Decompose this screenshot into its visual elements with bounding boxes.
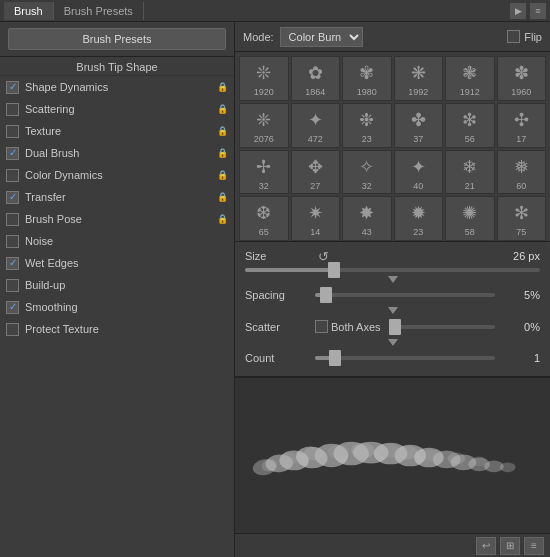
brush-item-checkbox-7[interactable] bbox=[6, 235, 19, 248]
brush-cell-5[interactable]: ✽1960 bbox=[497, 56, 547, 101]
brush-cell-20[interactable]: ✸43 bbox=[342, 196, 392, 241]
brush-cell-6[interactable]: ❈2076 bbox=[239, 103, 289, 148]
brush-item-label-0: Shape Dynamics bbox=[25, 81, 108, 93]
brush-list-item-2[interactable]: Texture🔒 bbox=[0, 120, 234, 142]
brush-thumb-10: ❇ bbox=[455, 106, 485, 134]
brush-cell-10[interactable]: ❇56 bbox=[445, 103, 495, 148]
brush-list-item-11[interactable]: Protect Texture bbox=[0, 318, 234, 340]
brush-cell-21[interactable]: ✹23 bbox=[394, 196, 444, 241]
brush-cell-19[interactable]: ✷14 bbox=[291, 196, 341, 241]
brush-item-checkbox-6[interactable] bbox=[6, 213, 19, 226]
flip-checkbox[interactable] bbox=[507, 30, 520, 43]
brush-item-checkbox-2[interactable] bbox=[6, 125, 19, 138]
brush-item-checkbox-5[interactable] bbox=[6, 191, 19, 204]
brush-cell-17[interactable]: ❅60 bbox=[497, 150, 547, 195]
brush-thumb-15: ✦ bbox=[403, 153, 433, 181]
brush-thumb-9: ✤ bbox=[403, 106, 433, 134]
tab-action-menu[interactable]: ≡ bbox=[530, 3, 546, 19]
brush-list-item-7[interactable]: Noise bbox=[0, 230, 234, 252]
scatter-label: Scatter bbox=[245, 321, 315, 333]
size-slider-arrow[interactable] bbox=[388, 276, 398, 283]
brush-thumb-5: ✽ bbox=[506, 59, 536, 87]
brush-thumb-21: ✹ bbox=[403, 199, 433, 227]
brush-item-checkbox-0[interactable] bbox=[6, 81, 19, 94]
brush-thumb-17: ❅ bbox=[506, 153, 536, 181]
brush-list-item-4[interactable]: Color Dynamics🔒 bbox=[0, 164, 234, 186]
brush-num-20: 43 bbox=[362, 227, 372, 238]
spacing-slider-track[interactable] bbox=[315, 293, 495, 297]
brush-cell-9[interactable]: ✤37 bbox=[394, 103, 444, 148]
toolbar-btn-2[interactable]: ⊞ bbox=[500, 537, 520, 555]
brush-item-checkbox-8[interactable] bbox=[6, 257, 19, 270]
count-value: 1 bbox=[495, 352, 540, 364]
mode-select[interactable]: Color Burn bbox=[280, 27, 363, 47]
brush-cell-22[interactable]: ✺58 bbox=[445, 196, 495, 241]
spacing-slider-area bbox=[315, 293, 495, 297]
brush-cell-15[interactable]: ✦40 bbox=[394, 150, 444, 195]
toolbar-btn-3[interactable]: ≡ bbox=[524, 537, 544, 555]
mode-label: Mode: bbox=[243, 31, 274, 43]
brush-item-checkbox-11[interactable] bbox=[6, 323, 19, 336]
brush-item-checkbox-10[interactable] bbox=[6, 301, 19, 314]
brush-num-18: 65 bbox=[259, 227, 269, 238]
tab-brush-presets[interactable]: Brush Presets bbox=[54, 2, 144, 20]
count-slider-track[interactable] bbox=[315, 356, 495, 360]
brush-num-11: 17 bbox=[516, 134, 526, 145]
brush-list-item-6[interactable]: Brush Pose🔒 bbox=[0, 208, 234, 230]
brush-cell-14[interactable]: ✧32 bbox=[342, 150, 392, 195]
toolbar-btn-1[interactable]: ↩ bbox=[476, 537, 496, 555]
brush-thumb-19: ✷ bbox=[300, 199, 330, 227]
brush-cell-2[interactable]: ✾1980 bbox=[342, 56, 392, 101]
brush-item-label-8: Wet Edges bbox=[25, 257, 79, 269]
brush-cell-23[interactable]: ✻75 bbox=[497, 196, 547, 241]
brush-cell-0[interactable]: ❊1920 bbox=[239, 56, 289, 101]
mode-bar: Mode: Color Burn Flip bbox=[235, 22, 550, 52]
size-slider-track[interactable] bbox=[245, 268, 540, 272]
brush-item-checkbox-3[interactable] bbox=[6, 147, 19, 160]
brush-cell-13[interactable]: ✥27 bbox=[291, 150, 341, 195]
spacing-value: 5% bbox=[495, 289, 540, 301]
brush-cell-4[interactable]: ❃1912 bbox=[445, 56, 495, 101]
brush-num-5: 1960 bbox=[511, 87, 531, 98]
brush-item-checkbox-9[interactable] bbox=[6, 279, 19, 292]
spacing-slider-arrow[interactable] bbox=[388, 307, 398, 314]
scatter-slider-track[interactable] bbox=[389, 325, 495, 329]
brush-cell-18[interactable]: ❆65 bbox=[239, 196, 289, 241]
lock-icon-5: 🔒 bbox=[217, 192, 228, 202]
brush-cell-16[interactable]: ❄21 bbox=[445, 150, 495, 195]
both-axes-checkbox[interactable] bbox=[315, 320, 328, 333]
scatter-row: Scatter Both Axes 0% bbox=[245, 320, 540, 333]
brush-list-item-1[interactable]: Scattering🔒 bbox=[0, 98, 234, 120]
brush-list-item-0[interactable]: Shape Dynamics🔒 bbox=[0, 76, 234, 98]
brush-item-checkbox-4[interactable] bbox=[6, 169, 19, 182]
lock-icon-2: 🔒 bbox=[217, 126, 228, 136]
brush-cell-8[interactable]: ❉23 bbox=[342, 103, 392, 148]
brush-list-item-9[interactable]: Build-up bbox=[0, 274, 234, 296]
lock-icon-1: 🔒 bbox=[217, 104, 228, 114]
brush-presets-button[interactable]: Brush Presets bbox=[8, 28, 226, 50]
count-label: Count bbox=[245, 352, 315, 364]
brush-num-3: 1992 bbox=[408, 87, 428, 98]
brush-item-label-4: Color Dynamics bbox=[25, 169, 103, 181]
brush-list-item-3[interactable]: Dual Brush🔒 bbox=[0, 142, 234, 164]
brush-cell-11[interactable]: ✣17 bbox=[497, 103, 547, 148]
tab-action-expand[interactable]: ▶ bbox=[510, 3, 526, 19]
brush-cell-3[interactable]: ❋1992 bbox=[394, 56, 444, 101]
brush-num-0: 1920 bbox=[254, 87, 274, 98]
brush-item-label-1: Scattering bbox=[25, 103, 75, 115]
size-value: 26 px bbox=[513, 250, 540, 262]
brush-cell-1[interactable]: ✿1864 bbox=[291, 56, 341, 101]
scatter-slider-area bbox=[389, 325, 495, 329]
brush-cell-7[interactable]: ✦472 bbox=[291, 103, 341, 148]
brush-list-item-8[interactable]: Wet Edges bbox=[0, 252, 234, 274]
scatter-slider-arrow[interactable] bbox=[388, 339, 398, 346]
brush-cell-12[interactable]: ✢32 bbox=[239, 150, 289, 195]
brush-list-item-10[interactable]: Smoothing bbox=[0, 296, 234, 318]
brush-num-2: 1980 bbox=[357, 87, 377, 98]
tab-brush[interactable]: Brush bbox=[4, 2, 54, 20]
brush-list: Shape Dynamics🔒Scattering🔒Texture🔒Dual B… bbox=[0, 76, 234, 557]
brush-num-15: 40 bbox=[413, 181, 423, 192]
brush-item-checkbox-1[interactable] bbox=[6, 103, 19, 116]
brush-thumb-13: ✥ bbox=[300, 153, 330, 181]
brush-list-item-5[interactable]: Transfer🔒 bbox=[0, 186, 234, 208]
